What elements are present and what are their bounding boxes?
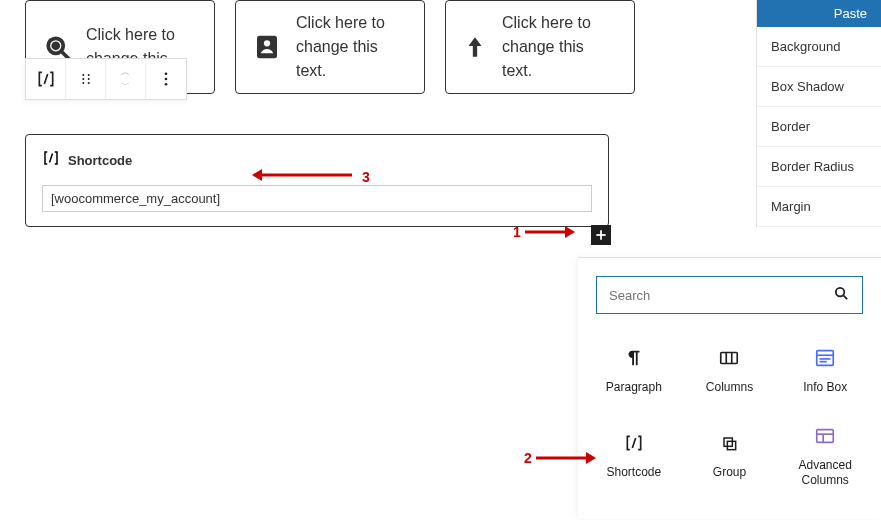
info-box-text[interactable]: Click here to change this text. xyxy=(502,11,618,83)
sidebar-item-margin[interactable]: Margin xyxy=(757,187,881,227)
sidebar-item-box-shadow[interactable]: Box Shadow xyxy=(757,67,881,107)
svg-point-5 xyxy=(82,74,84,76)
svg-rect-18 xyxy=(721,353,738,364)
chevron-down-icon: ﹀ xyxy=(121,79,130,92)
paste-button[interactable]: Paste xyxy=(757,0,881,27)
block-shortcode[interactable]: Shortcode xyxy=(586,410,682,503)
search-input[interactable] xyxy=(609,288,833,303)
info-box[interactable]: Click here to change this text. xyxy=(235,0,425,94)
svg-point-9 xyxy=(82,82,84,84)
more-options-icon[interactable] xyxy=(146,59,186,99)
svg-point-12 xyxy=(165,78,168,81)
svg-marker-34 xyxy=(252,169,262,181)
svg-rect-26 xyxy=(728,442,736,450)
svg-point-6 xyxy=(87,74,89,76)
shortcode-label: Shortcode xyxy=(68,153,132,168)
search-box[interactable] xyxy=(596,276,863,314)
block-label: Columns xyxy=(706,380,753,396)
svg-marker-33 xyxy=(586,452,596,464)
shortcode-icon xyxy=(42,149,60,171)
annotation-1: 1 xyxy=(513,224,575,240)
group-icon xyxy=(717,431,741,455)
svg-rect-25 xyxy=(724,438,732,446)
columns-icon xyxy=(717,346,741,370)
chevron-up-icon: ︿ xyxy=(121,66,130,79)
svg-point-1 xyxy=(53,43,58,48)
contact-card-icon xyxy=(252,32,282,62)
block-label: Paragraph xyxy=(606,380,662,396)
block-toolbar: ︿ ﹀ xyxy=(25,58,187,100)
sidebar-panel: Paste Background Box Shadow Border Borde… xyxy=(756,0,881,227)
advanced-columns-icon xyxy=(813,424,837,448)
info-box-text[interactable]: Click here to change this text. xyxy=(296,11,408,83)
block-advanced-columns[interactable]: Advanced Columns xyxy=(777,410,873,503)
svg-point-16 xyxy=(836,287,845,296)
svg-line-17 xyxy=(844,295,848,299)
svg-rect-3 xyxy=(257,36,277,59)
svg-point-8 xyxy=(87,78,89,80)
svg-rect-27 xyxy=(817,429,834,442)
shortcode-icon xyxy=(622,431,646,455)
svg-point-7 xyxy=(82,78,84,80)
svg-marker-31 xyxy=(565,226,575,238)
search-icon xyxy=(833,285,850,306)
paragraph-icon xyxy=(622,346,646,370)
block-inserter: Paragraph Columns Info Box Shortcode Gro… xyxy=(578,257,881,519)
block-label: Group xyxy=(713,465,746,481)
block-columns[interactable]: Columns xyxy=(682,332,778,410)
sidebar-item-border-radius[interactable]: Border Radius xyxy=(757,147,881,187)
info-box[interactable]: Click here to change this text. xyxy=(445,0,635,94)
arrow-left-icon xyxy=(252,168,352,185)
drag-handle-icon[interactable] xyxy=(66,59,106,99)
block-group[interactable]: Group xyxy=(682,410,778,503)
shortcode-block-icon[interactable] xyxy=(26,59,66,99)
block-paragraph[interactable]: Paragraph xyxy=(586,332,682,410)
annotation-3: 3 xyxy=(252,168,370,185)
svg-point-11 xyxy=(165,72,168,75)
block-info-box[interactable]: Info Box xyxy=(777,332,873,410)
block-label: Info Box xyxy=(803,380,847,396)
sidebar-item-border[interactable]: Border xyxy=(757,107,881,147)
svg-point-10 xyxy=(87,82,89,84)
info-box-icon xyxy=(813,346,837,370)
sidebar-item-background[interactable]: Background xyxy=(757,27,881,67)
annotation-2: 2 xyxy=(524,450,596,466)
arrow-right-icon xyxy=(525,225,575,239)
svg-rect-21 xyxy=(817,351,834,366)
shortcode-input[interactable] xyxy=(42,185,592,212)
add-block-button[interactable] xyxy=(591,225,611,245)
block-label: Shortcode xyxy=(606,465,661,481)
arrow-up-icon xyxy=(462,32,488,62)
move-up-down[interactable]: ︿ ﹀ xyxy=(106,59,146,99)
svg-point-4 xyxy=(264,40,270,46)
svg-point-13 xyxy=(165,83,168,86)
block-label: Advanced Columns xyxy=(781,458,869,489)
arrow-right-icon xyxy=(536,451,596,465)
